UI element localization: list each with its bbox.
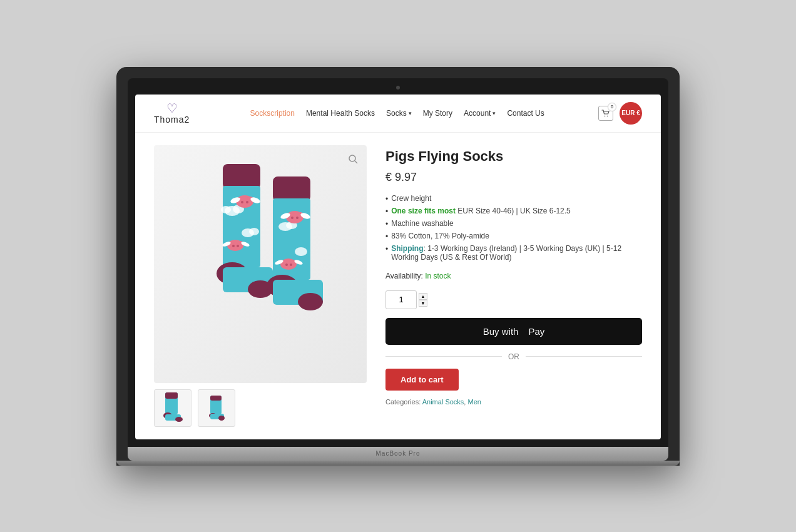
nav-my-story[interactable]: My Story: [423, 109, 452, 118]
nav-socks[interactable]: Socks ▾: [386, 109, 412, 118]
availability-label: Availability:: [385, 272, 423, 280]
svg-point-24: [232, 245, 235, 247]
svg-point-33: [295, 247, 307, 256]
thumbnail-1[interactable]: [154, 389, 191, 427]
laptop-base: MacBook Pro: [128, 447, 668, 461]
product-image-section: [154, 145, 367, 427]
quantity-decrease[interactable]: ▼: [419, 300, 427, 307]
nav-links: Sockscription Mental Health Socks Socks …: [208, 109, 586, 118]
bullet-icon: •: [385, 195, 388, 203]
feature-crew-height: • Crew height: [385, 194, 642, 203]
currency-selector[interactable]: EUR €: [620, 102, 642, 125]
svg-point-0: [605, 115, 606, 116]
nav-contact-us[interactable]: Contact Us: [507, 109, 544, 118]
nav-right: 0 EUR €: [598, 102, 642, 125]
add-to-cart-button[interactable]: Add to cart: [385, 369, 459, 391]
availability-value: In stock: [425, 272, 451, 280]
cart-button[interactable]: 0: [598, 106, 613, 121]
bullet-icon: •: [385, 220, 388, 228]
screen-bezel: ♡ Thoma2 Sockscription Mental Health Soc…: [128, 78, 668, 447]
bullet-icon: •: [385, 245, 388, 253]
nav-mental-health-socks[interactable]: Mental Health Socks: [306, 109, 375, 118]
quantity-increase[interactable]: ▲: [419, 293, 427, 300]
logo-heart-icon: ♡: [166, 102, 178, 115]
svg-point-46: [285, 263, 288, 266]
svg-point-30: [298, 293, 323, 310]
svg-rect-26: [273, 176, 310, 202]
categories-label: Categories:: [385, 398, 421, 406]
quantity-spinners: ▲ ▼: [419, 293, 427, 307]
svg-rect-51: [165, 392, 178, 399]
nav-sockscription[interactable]: Sockscription: [250, 109, 295, 118]
svg-point-25: [237, 245, 239, 247]
svg-point-59: [218, 416, 225, 421]
laptop-bottom: [116, 461, 680, 466]
thumbnail-2[interactable]: [198, 389, 235, 427]
svg-point-54: [175, 417, 183, 422]
laptop-brand-label: MacBook Pro: [375, 450, 420, 457]
svg-point-39: [291, 217, 293, 219]
bullet-icon: •: [385, 207, 388, 216]
logo-text: Thoma2: [154, 115, 190, 125]
navbar: ♡ Thoma2 Sockscription Mental Health Soc…: [135, 95, 661, 133]
bullet-icon: •: [385, 232, 388, 241]
main-product-image: [154, 145, 367, 383]
svg-point-18: [246, 201, 248, 203]
divider-line-left: [385, 356, 502, 357]
product-features: • Crew height • One size fits most EUR S…: [385, 194, 642, 262]
svg-point-9: [221, 206, 231, 213]
svg-rect-2: [223, 164, 260, 189]
feature-size: • One size fits most EUR Size 40-46) | U…: [385, 207, 642, 216]
chevron-down-icon: ▾: [492, 110, 496, 116]
svg-point-11: [249, 228, 259, 235]
product-info: Pigs Flying Socks € 9.97 • Crew height •…: [385, 145, 642, 427]
svg-point-47: [290, 263, 292, 266]
buy-with-apple-pay-button[interactable]: Buy with Pay: [385, 318, 642, 345]
svg-rect-56: [210, 396, 222, 401]
pay-label: Pay: [528, 326, 544, 337]
chevron-down-icon: ▾: [409, 110, 412, 116]
product-price: € 9.97: [385, 171, 642, 184]
product-thumbnails: [154, 389, 367, 427]
svg-point-40: [296, 217, 298, 219]
availability: Availability: In stock: [385, 272, 642, 280]
screen: ♡ Thoma2 Sockscription Mental Health Soc…: [135, 95, 661, 439]
quantity-input[interactable]: 1: [385, 290, 417, 309]
product-area: Pigs Flying Socks € 9.97 • Crew height •…: [135, 133, 661, 439]
feature-material: • 83% Cotton, 17% Poly-amide: [385, 232, 642, 241]
logo[interactable]: ♡ Thoma2: [154, 102, 190, 125]
divider-line-right: [526, 356, 642, 357]
category-men[interactable]: Men: [467, 398, 481, 406]
product-title: Pigs Flying Socks: [385, 148, 642, 165]
or-text: OR: [508, 352, 519, 361]
svg-point-17: [241, 201, 243, 203]
zoom-icon[interactable]: [345, 151, 360, 166]
svg-line-49: [355, 161, 357, 163]
feature-shipping: • Shipping: 1-3 Working Days (Ireland) |…: [385, 244, 642, 262]
laptop-outer: ♡ Thoma2 Sockscription Mental Health Soc…: [116, 67, 680, 466]
camera-dot: [396, 86, 400, 90]
categories: Categories: Animal Socks, Men: [385, 398, 642, 406]
category-animal-socks[interactable]: Animal Socks: [422, 398, 464, 406]
cart-count: 0: [608, 103, 616, 111]
svg-point-1: [607, 115, 608, 116]
buy-label: Buy with: [483, 326, 519, 337]
feature-washable: • Machine washable: [385, 219, 642, 228]
nav-account[interactable]: Account ▾: [464, 109, 496, 118]
svg-point-48: [349, 155, 355, 161]
or-divider: OR: [385, 352, 642, 361]
quantity-row: 1 ▲ ▼: [385, 290, 642, 309]
